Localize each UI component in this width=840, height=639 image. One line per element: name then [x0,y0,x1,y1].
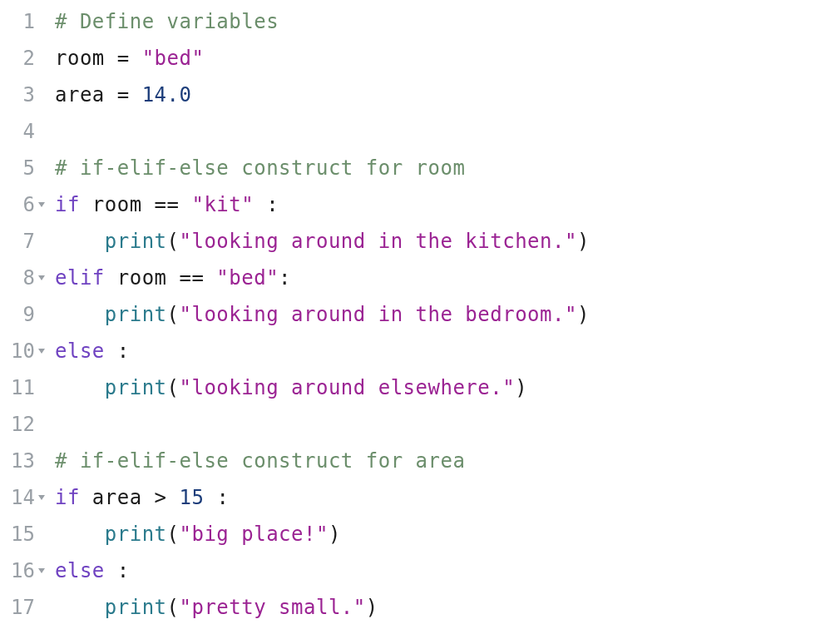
code-token: ( [167,596,180,619]
code-line[interactable]: 4 [0,113,840,150]
fold-toggle-icon[interactable] [37,346,47,356]
line-number: 11 [0,369,37,406]
code-token: # if-elif-else construct for area [55,449,465,473]
code-content[interactable]: area = 14.0 [37,77,191,113]
code-line[interactable]: 6if room == "kit" : [0,186,840,223]
code-token [204,266,216,290]
code-content[interactable]: if area > 15 : [37,479,229,516]
code-content[interactable]: # Define variables [37,3,279,40]
code-content[interactable]: print("looking around elsewhere.") [37,369,527,406]
code-token [55,230,105,253]
code-token: room [80,193,155,216]
code-content[interactable]: elif room == "bed": [37,260,291,296]
code-token [204,486,216,509]
code-token: : [117,559,130,582]
line-number: 12 [0,406,37,443]
code-line[interactable]: 13# if-elif-else construct for area [0,443,840,479]
fold-toggle-icon[interactable] [37,273,47,283]
code-token [55,596,105,619]
fold-toggle-icon[interactable] [37,200,47,210]
code-content[interactable]: room = "bed" [37,40,204,77]
code-token: : [216,486,229,509]
code-token: "looking around elsewhere." [180,376,516,399]
code-line[interactable]: 14if area > 15 : [0,479,840,516]
code-line[interactable]: 15 print("big place!") [0,516,840,552]
svg-marker-0 [38,202,45,207]
line-number: 14 [0,479,37,516]
fold-toggle-icon[interactable] [37,493,47,503]
code-token: print [105,376,167,399]
code-content[interactable]: # if-elif-else construct for room [37,150,465,186]
code-token: else [55,339,105,363]
code-token: ) [577,303,590,326]
code-token [55,303,105,326]
code-line[interactable]: 1# Define variables [0,3,840,40]
code-line[interactable]: 7 print("looking around in the kitchen."… [0,223,840,260]
code-token [180,193,192,216]
line-number: 7 [0,223,37,260]
code-token: ( [167,376,180,399]
line-number: 16 [0,552,37,589]
code-token [254,193,266,216]
code-line[interactable]: 10else : [0,333,840,369]
code-token: > [155,486,167,509]
code-token: ) [329,523,341,546]
code-token: = [105,47,142,70]
code-token: print [105,230,167,253]
svg-marker-3 [38,495,45,500]
code-content[interactable]: else : [37,333,130,369]
code-token: == [180,266,205,290]
code-content[interactable]: print("pretty small.") [37,589,378,626]
line-number: 6 [0,186,37,223]
code-token [167,486,180,509]
code-line[interactable]: 3area = 14.0 [0,77,840,113]
code-content[interactable]: else : [37,552,130,589]
svg-marker-1 [38,275,45,280]
code-token [105,559,117,582]
code-editor[interactable]: 1# Define variables2room = "bed"3area = … [0,0,840,626]
code-token: : [117,339,130,363]
code-line[interactable]: 16else : [0,552,840,589]
line-number: 15 [0,516,37,552]
code-token: ( [167,523,180,546]
code-token: ( [167,303,180,326]
code-token: print [105,523,167,546]
code-line[interactable]: 8elif room == "bed": [0,260,840,296]
code-token: area [80,486,155,509]
code-token: # if-elif-else construct for room [55,156,465,180]
code-line[interactable]: 17 print("pretty small.") [0,589,840,626]
line-number: 1 [0,3,37,40]
code-token: else [55,559,105,582]
code-line[interactable]: 2room = "bed" [0,40,840,77]
code-token: == [155,193,180,216]
code-content[interactable]: if room == "kit" : [37,186,279,223]
code-token: "looking around in the bedroom." [180,303,577,326]
code-token: print [105,303,167,326]
code-token: 14.0 [142,83,192,106]
line-number: 10 [0,333,37,369]
code-line[interactable]: 12 [0,406,840,443]
code-line[interactable]: 5# if-elif-else construct for room [0,150,840,186]
code-token: = [105,83,142,106]
code-token [55,376,105,399]
code-token [105,339,117,363]
code-token: print [105,596,167,619]
code-content[interactable]: print("big place!") [37,516,341,552]
line-number: 8 [0,260,37,296]
code-token: "looking around in the kitchen." [180,230,577,253]
code-token: "bed" [216,266,279,290]
fold-toggle-icon[interactable] [37,566,47,576]
code-line[interactable]: 9 print("looking around in the bedroom."… [0,296,840,333]
code-content[interactable]: print("looking around in the bedroom.") [37,296,590,333]
code-line[interactable]: 11 print("looking around elsewhere.") [0,369,840,406]
line-number: 2 [0,40,37,77]
line-number: 5 [0,150,37,186]
line-number: 17 [0,589,37,626]
code-token: elif [55,266,105,290]
code-token: ) [515,376,527,399]
code-token: room [105,266,180,290]
code-content[interactable]: # if-elif-else construct for area [37,443,465,479]
code-content[interactable]: print("looking around in the kitchen.") [37,223,590,260]
code-token: "pretty small." [180,596,366,619]
code-token: ) [366,596,378,619]
